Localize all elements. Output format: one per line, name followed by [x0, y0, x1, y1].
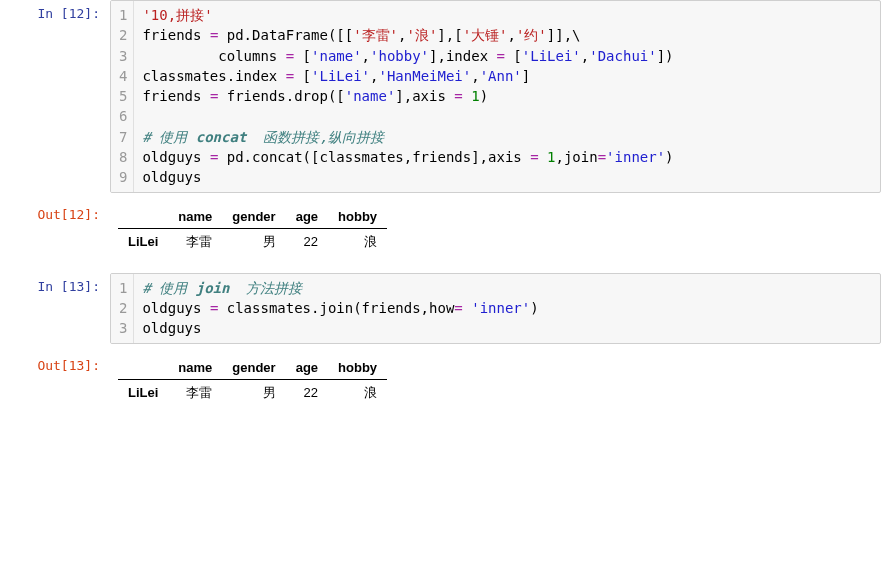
cell: 李雷: [168, 379, 222, 406]
table-header-row: name gender age hobby: [118, 356, 387, 380]
row-index: LiLei: [118, 228, 168, 255]
table-row: LiLei 李雷 男 22 浪: [118, 228, 387, 255]
cell-2-output: Out[13]: name gender age hobby LiLei 李雷 …: [0, 352, 881, 416]
cell: 浪: [328, 379, 387, 406]
dataframe-2: name gender age hobby LiLei 李雷 男 22 浪: [118, 356, 387, 406]
out-prompt-1: Out[12]:: [0, 201, 110, 222]
gutter-2: 1 2 3: [111, 274, 134, 343]
col-header: name: [168, 356, 222, 380]
cell: 男: [222, 228, 285, 255]
col-header: hobby: [328, 356, 387, 380]
dataframe-1: name gender age hobby LiLei 李雷 男 22 浪: [118, 205, 387, 255]
col-header: gender: [222, 205, 285, 229]
gutter-1: 1 2 3 4 5 6 7 8 9: [111, 1, 134, 192]
in-prompt-2: In [13]:: [0, 273, 110, 294]
code-area-2[interactable]: 1 2 3 # 使用 join 方法拼接 oldguys = classmate…: [110, 273, 881, 344]
col-header: age: [286, 205, 328, 229]
cell-1-input: In [12]: 1 2 3 4 5 6 7 8 9 '10,拼接' frien…: [0, 0, 881, 193]
code-area-1[interactable]: 1 2 3 4 5 6 7 8 9 '10,拼接' friends = pd.D…: [110, 0, 881, 193]
in-prompt-1: In [12]:: [0, 0, 110, 21]
col-header: hobby: [328, 205, 387, 229]
cell: 浪: [328, 228, 387, 255]
table-header-row: name gender age hobby: [118, 205, 387, 229]
table-row: LiLei 李雷 男 22 浪: [118, 379, 387, 406]
cell: 22: [286, 379, 328, 406]
code-1[interactable]: '10,拼接' friends = pd.DataFrame([['李雷','浪…: [134, 1, 880, 192]
code-2[interactable]: # 使用 join 方法拼接 oldguys = classmates.join…: [134, 274, 880, 343]
out-area-2: name gender age hobby LiLei 李雷 男 22 浪: [110, 352, 881, 416]
col-header: age: [286, 356, 328, 380]
cell: 男: [222, 379, 285, 406]
cell: 李雷: [168, 228, 222, 255]
col-header: name: [168, 205, 222, 229]
col-header: gender: [222, 356, 285, 380]
cell-1-output: Out[12]: name gender age hobby LiLei 李雷 …: [0, 201, 881, 265]
cell: 22: [286, 228, 328, 255]
row-index: LiLei: [118, 379, 168, 406]
out-prompt-2: Out[13]:: [0, 352, 110, 373]
cell-2-input: In [13]: 1 2 3 # 使用 join 方法拼接 oldguys = …: [0, 273, 881, 344]
out-area-1: name gender age hobby LiLei 李雷 男 22 浪: [110, 201, 881, 265]
